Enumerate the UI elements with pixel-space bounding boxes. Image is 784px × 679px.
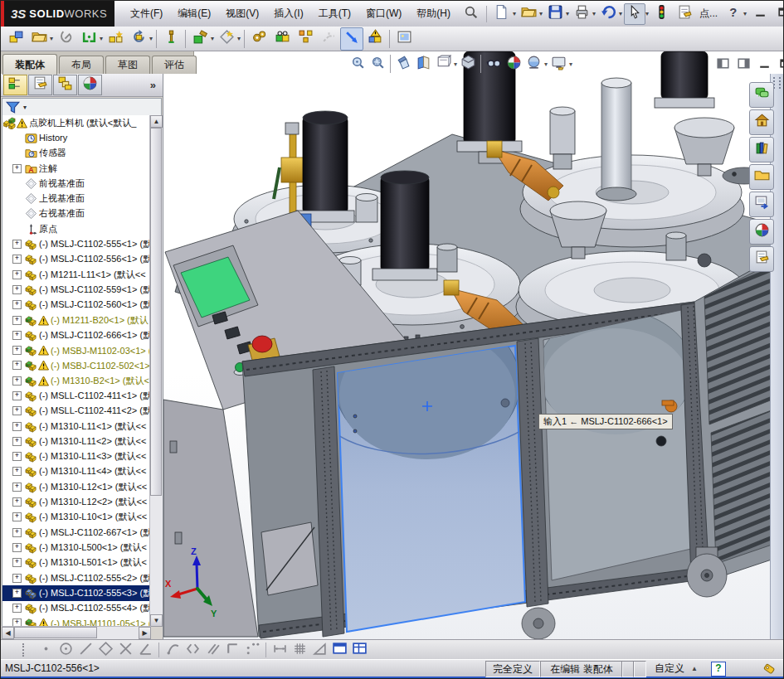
tree-item[interactable]: +(-) MSBJ-M1102-03<1> ( — [2, 342, 152, 357]
menu-item[interactable]: 帮助(H) — [409, 1, 458, 27]
filter-caret-icon[interactable]: ▾ — [23, 104, 27, 111]
reference-geometry-button[interactable] — [215, 27, 238, 51]
tree-item[interactable]: +(-) M1310-L500<1> (默认< — [2, 540, 152, 555]
tree-item[interactable]: +(-) M1310-B2<1> (默认< — [2, 373, 152, 388]
tree-expander[interactable]: + — [12, 452, 22, 461]
dock-left-button[interactable] — [713, 58, 732, 71]
sketch-line-button[interactable] — [75, 641, 95, 659]
dock-right-button[interactable] — [734, 58, 752, 71]
tree-expander[interactable]: + — [12, 285, 22, 294]
tab-装配体[interactable]: 装配体 — [2, 54, 57, 75]
tree-item[interactable]: 传感器 — [2, 146, 152, 161]
tree-item[interactable]: +(-) M1310-L10<1> (默认<< — [2, 510, 152, 525]
tree-expander[interactable]: + — [12, 543, 22, 552]
dropdown-caret-icon[interactable]: ▾ — [100, 35, 103, 42]
tree-expander[interactable]: + — [12, 558, 22, 567]
doc-minimize-button[interactable] — [755, 58, 773, 71]
help-button[interactable]: ? — [722, 3, 743, 25]
mate-button[interactable] — [77, 27, 100, 51]
graphics-viewport[interactable]: Z X Y ▾▾▾ 输入1 ← MSLJ-C1102-666<1> — [163, 51, 784, 639]
explode-line-sketch-button[interactable] — [317, 27, 340, 51]
tree-item[interactable]: +A注解 — [2, 161, 152, 176]
sketch-trim-button[interactable] — [115, 641, 135, 659]
dropdown-caret-icon[interactable]: ▾ — [544, 61, 548, 68]
displaymanager-button[interactable] — [78, 75, 102, 95]
tree-expander[interactable]: + — [12, 437, 22, 446]
previous-view-button[interactable] — [393, 54, 413, 74]
tree-item[interactable]: 前视基准面 — [2, 176, 152, 191]
restore-button[interactable] — [773, 6, 784, 22]
open-part-button[interactable] — [27, 27, 51, 51]
toolbar-grip[interactable] — [22, 643, 27, 657]
scroll-left-button[interactable]: ◀ — [2, 627, 14, 639]
menu-item[interactable]: 视图(V) — [218, 1, 266, 27]
tree-item[interactable]: +(-) M1310-L11<4> (默认<< — [2, 464, 152, 479]
hide-show-items-button[interactable] — [484, 54, 504, 74]
appearances-scenes-tab[interactable] — [749, 219, 774, 245]
sketch-measure-button[interactable] — [309, 641, 329, 659]
tree-expander[interactable]: + — [12, 240, 22, 249]
edit-appearance-button[interactable] — [504, 54, 523, 74]
section-view-button[interactable] — [413, 54, 433, 74]
tree-item[interactable]: +(-) M1310-L11<3> (默认<< — [2, 449, 152, 464]
tag-icon[interactable] — [762, 662, 777, 678]
sketch-offset-button[interactable] — [202, 641, 222, 659]
select-cursor-button[interactable] — [624, 3, 645, 25]
show-hidden-components-button[interactable] — [270, 27, 294, 51]
dropdown-caret-icon[interactable]: ▾ — [619, 10, 622, 17]
smart-fasteners-button[interactable] — [159, 27, 183, 51]
scroll-thumb-h[interactable] — [14, 627, 97, 638]
sketch-arc-button[interactable] — [163, 641, 183, 659]
tree-item[interactable]: History — [2, 130, 152, 145]
tree-expander[interactable]: + — [12, 528, 22, 537]
tree-item[interactable]: 原点 — [2, 221, 152, 236]
dropdown-caret-icon[interactable]: ▾ — [566, 10, 569, 17]
help-badge-icon[interactable]: ? — [711, 662, 726, 677]
sketch-point-button[interactable] — [36, 641, 56, 659]
tab-草图[interactable]: 草图 — [105, 56, 150, 74]
print-button[interactable] — [571, 3, 592, 25]
tree-item[interactable]: +(-) M1310-L11<2> (默认<< — [2, 434, 152, 449]
display-style-button[interactable] — [458, 54, 478, 74]
preview-window-button[interactable] — [392, 27, 416, 51]
dropdown-caret-icon[interactable]: ▾ — [149, 35, 153, 42]
propertymanager-button[interactable] — [28, 75, 52, 95]
tree-expander[interactable]: + — [12, 406, 22, 415]
tree-item[interactable]: +(-) MSLJ-C1102-555<4> (默 — [2, 601, 152, 616]
file-explorer-tab[interactable] — [749, 164, 774, 190]
tree-item[interactable]: 上视基准面 — [2, 191, 152, 206]
tree-item[interactable]: +(-) MSLL-C1102-411<2> (默 — [2, 404, 152, 419]
minimize-button[interactable] — [750, 6, 771, 22]
tree-expander[interactable]: + — [12, 589, 22, 598]
tree-expander[interactable]: + — [12, 255, 22, 264]
insert-component-button[interactable] — [4, 27, 27, 51]
save-button[interactable] — [544, 3, 566, 25]
tree-item[interactable]: +(-) M1310-L12<1> (默认<< — [2, 479, 152, 494]
file-properties-button[interactable] — [674, 3, 695, 25]
scroll-up-button[interactable]: ▲ — [150, 115, 163, 128]
interference-detection-button[interactable] — [363, 27, 387, 51]
tree-vertical-scrollbar[interactable]: ▲ ▼ — [149, 115, 163, 627]
attach-button[interactable] — [54, 27, 77, 51]
tree-item[interactable]: +(-) MSLJ-C1102-560<1> (默 — [2, 298, 152, 313]
dropdown-caret-icon[interactable]: ▾ — [237, 35, 241, 42]
tree-item[interactable]: 右视基准面 — [2, 206, 152, 221]
design-library-tab[interactable] — [749, 137, 774, 162]
solidworks-resources-home-tab[interactable] — [749, 109, 774, 135]
sketch-polygon-button[interactable] — [95, 641, 115, 659]
custom-properties-tab[interactable] — [749, 246, 774, 272]
scroll-thumb[interactable] — [150, 128, 162, 496]
search-button[interactable] — [460, 3, 482, 25]
tree-item[interactable]: +(-) M1211-L11<1> (默认<< — [2, 267, 152, 282]
tree-expander[interactable]: + — [12, 331, 22, 340]
dropdown-caret-icon[interactable]: ▾ — [454, 61, 457, 68]
tree-expander[interactable]: + — [12, 376, 22, 386]
tree-item[interactable]: +(-) M1211-B20<1> (默认 — [2, 313, 152, 327]
scroll-right-button[interactable]: ▶ — [139, 627, 151, 639]
sketch-mirror-button[interactable] — [183, 641, 202, 659]
tree-item[interactable]: +(-) M1310-L501<1> (默认< — [2, 555, 152, 570]
sketch-table-button[interactable] — [349, 641, 369, 659]
tree-item[interactable]: 点胶机上料机 (默认<默认_ — [2, 115, 152, 130]
tree-expander[interactable]: + — [12, 316, 22, 325]
component-pattern-button[interactable] — [104, 27, 127, 51]
